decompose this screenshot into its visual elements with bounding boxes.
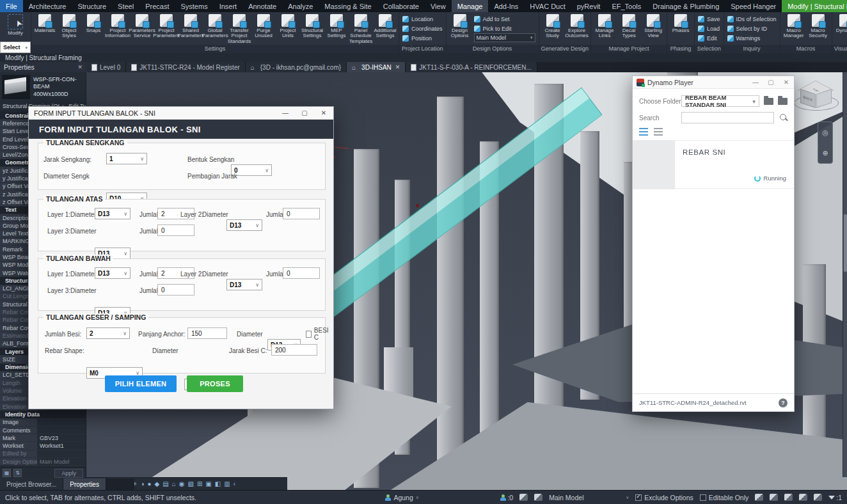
worksets-icon[interactable] xyxy=(519,494,528,501)
menu-tab-add-ins[interactable]: Add-Ins xyxy=(488,0,524,12)
view-control-icon[interactable]: ⊞ xyxy=(197,478,202,490)
ribbon-button-purge-unused[interactable]: Purge Unused xyxy=(251,13,276,39)
select-underlay-icon[interactable] xyxy=(770,494,778,501)
view-cube[interactable]: TOP BACK xyxy=(795,74,837,118)
view-tab-3d-ihsan[interactable]: ⌂3D-IHSAN✕ xyxy=(347,62,406,72)
property-row[interactable]: Design OptionMain Model xyxy=(0,458,86,466)
menu-tab-pyrevit[interactable]: pyRevit xyxy=(571,0,606,12)
menu-tab-architecture[interactable]: Architecture xyxy=(23,0,72,12)
sort-az-icon[interactable]: ⇅ xyxy=(13,469,22,477)
list-view-icon[interactable] xyxy=(654,128,663,136)
ribbon-button-transfer-project-standards[interactable]: Transfer Project Standards xyxy=(227,13,251,44)
new-folder-icon[interactable] xyxy=(764,98,773,105)
select-by-face-icon[interactable] xyxy=(799,494,807,501)
ribbon-button-global-parameters[interactable]: Global Parameters xyxy=(203,13,227,39)
ribbon-button-parameters-service[interactable]: Parameters Service xyxy=(130,13,154,39)
ribbon-item-load[interactable]: Load xyxy=(698,24,720,33)
drag-on-selection-icon[interactable] xyxy=(814,494,822,501)
minimize-icon[interactable]: — xyxy=(276,107,295,119)
ribbon-button-mep-settings[interactable]: MEP Settings xyxy=(324,13,349,39)
ribbon-button-object-styles[interactable]: Object Styles xyxy=(57,13,81,39)
ribbon-button-dynamo[interactable]: Dynamo xyxy=(834,13,847,33)
select-pinned-icon[interactable] xyxy=(784,494,793,501)
ribbon-button-design-options[interactable]: Design Options xyxy=(448,13,472,39)
menu-tab-annotate[interactable]: Annotate xyxy=(242,0,282,12)
menu-tab-analyze[interactable]: Analyze xyxy=(282,0,319,12)
view-control-icon[interactable]: ⌂ xyxy=(172,478,176,490)
active-user[interactable]: Agung ∨ xyxy=(384,494,493,501)
menu-tab-systems[interactable]: Systems xyxy=(175,0,213,12)
maximize-icon[interactable]: ▢ xyxy=(763,76,779,88)
panel-tab-project-browser[interactable]: Project Browser... xyxy=(0,478,63,490)
ribbon-button-macro-security[interactable]: Macro Security xyxy=(806,13,830,39)
ribbon-item-pick-to-edit[interactable]: Pick to Edit xyxy=(474,24,535,33)
exclude-options-checkbox[interactable]: Exclude Options xyxy=(635,494,693,501)
view-tab-jkt11-strc-r24-model-register[interactable]: JKT11-STRC-R24 - Model Register xyxy=(126,62,246,72)
property-row[interactable]: Image xyxy=(0,419,86,427)
design-options-icon[interactable] xyxy=(534,494,542,501)
ribbon-button-project-units[interactable]: Project Units xyxy=(276,13,300,39)
bawah-layer1-diameter-select[interactable]: D13 xyxy=(95,267,131,279)
navigation-bar[interactable]: ◎ ⊕ xyxy=(818,122,833,164)
ribbon-item-select-by-id[interactable]: Select by ID xyxy=(727,24,777,33)
ribbon-button-starting-view[interactable]: Starting View xyxy=(641,13,665,39)
bawah-layer2-jumlah-input[interactable]: 0 xyxy=(283,267,320,279)
pilih-elemen-button[interactable]: PILIH ELEMEN xyxy=(105,375,177,392)
close-icon[interactable]: ✕ xyxy=(314,107,333,119)
minimize-icon[interactable]: — xyxy=(748,76,763,88)
view-control-icon[interactable]: ◉ xyxy=(179,478,185,490)
ribbon-item-main-model[interactable]: Main Model xyxy=(474,33,535,42)
ribbon-item-position[interactable]: Position xyxy=(402,33,443,43)
folder-select[interactable]: REBAR BEAM STANDAR SNI xyxy=(681,95,759,107)
ribbon-button-create-study[interactable]: Create Study xyxy=(541,13,565,39)
scrollbar-thumb[interactable] xyxy=(844,214,847,272)
atas-layer2-jumlah-input[interactable]: 0 xyxy=(283,208,320,219)
menu-tab-structure[interactable]: Structure xyxy=(72,0,112,12)
ribbon-button-snaps[interactable]: Snaps xyxy=(81,13,106,33)
ribbon-item-location[interactable]: Location xyxy=(402,14,443,24)
view-tab-3d-ikhsan-pc-gmail-com[interactable]: ⌂{3D - ikhsan.pc@gmail.com} xyxy=(246,62,347,72)
detail-view-icon[interactable] xyxy=(639,128,648,136)
ribbon-button-project-parameters[interactable]: Project Parameters xyxy=(154,13,178,39)
menu-tab-ef-tools[interactable]: EF_Tools xyxy=(606,0,647,12)
editable-only-checkbox[interactable]: Editable Only xyxy=(700,494,748,501)
view-control-icon[interactable]: ▥ xyxy=(224,478,230,490)
bawah-layer3-jumlah-input[interactable]: 0 xyxy=(157,284,194,295)
ribbon-item-save[interactable]: Save xyxy=(698,14,720,24)
menu-tab-drainage-plumbing[interactable]: Drainage & Plumbing xyxy=(647,0,725,12)
ribbon-button-structural-settings[interactable]: Structural Settings xyxy=(300,13,324,39)
menu-tab-manage[interactable]: Manage xyxy=(452,0,489,12)
ribbon-item-edit[interactable]: Edit xyxy=(698,33,720,43)
menu-tab-hvac-duct[interactable]: HVAC Duct xyxy=(524,0,571,12)
ribbon-item-add-to-set[interactable]: Add to Set xyxy=(474,14,535,24)
menu-tab-speed-hanger[interactable]: Speed Hanger xyxy=(725,0,782,12)
ribbon-button-decal-types[interactable]: Decal Types xyxy=(617,13,641,39)
jarak-sengkang-select[interactable]: 1 xyxy=(106,153,147,164)
ribbon-button-materials[interactable]: Materials xyxy=(33,13,57,33)
active-model[interactable]: Main Model xyxy=(549,494,619,501)
script-item[interactable]: REBAR SNI Running xyxy=(633,140,794,189)
ribbon-item-ids-of-selection[interactable]: IDs of Selection xyxy=(727,14,777,24)
ribbon-button-additional-settings[interactable]: Additional Settings xyxy=(373,13,397,39)
maximize-icon[interactable]: ▢ xyxy=(295,107,314,119)
panel-tab-properties[interactable]: Properties xyxy=(63,478,106,490)
view-tab-jkt11-s-f-030-a-reinforcemen[interactable]: JKT11-S-F-030-A - REINFORCEMEN... xyxy=(406,62,537,72)
close-icon[interactable]: ✕ xyxy=(395,64,400,70)
proses-button[interactable]: PROSES xyxy=(187,375,243,392)
menu-tab-modify-structural-framing[interactable]: Modify | Structural Framing xyxy=(782,0,847,12)
select-links-icon[interactable] xyxy=(755,494,763,501)
close-icon[interactable]: ✕ xyxy=(77,64,83,70)
property-row[interactable]: MarkGBV23 xyxy=(0,434,86,442)
steering-wheel-icon[interactable]: ◎ xyxy=(822,129,828,137)
pan-icon[interactable]: ⊕ xyxy=(822,149,828,157)
menu-tab-view[interactable]: View xyxy=(425,0,452,12)
atas-layer2-diameter-select[interactable]: D13 xyxy=(226,219,262,231)
bawah-layer2-diameter-select[interactable]: D13 xyxy=(226,279,262,290)
view-control-icon[interactable]: ◆ xyxy=(155,478,160,490)
search-input[interactable] xyxy=(681,112,774,123)
apply-button[interactable]: Apply xyxy=(54,469,83,478)
ribbon-button-panel-schedule-templates[interactable]: Panel Schedule Templates xyxy=(349,13,373,44)
ribbon-button-modify[interactable]: Modify xyxy=(1,13,29,36)
view-control-icon[interactable]: ▤ xyxy=(162,478,168,490)
property-row[interactable]: Comments xyxy=(0,427,86,434)
